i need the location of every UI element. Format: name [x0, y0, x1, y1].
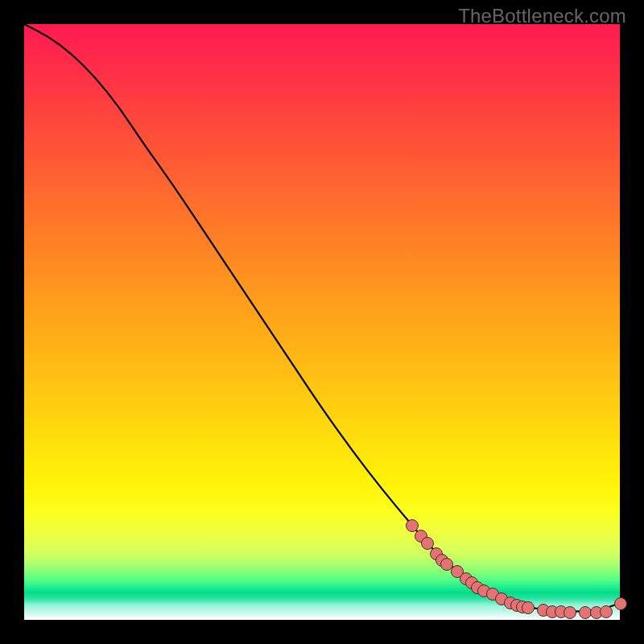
plot-outer [24, 24, 620, 620]
highlight-dot [600, 605, 613, 618]
gradient-background [24, 24, 620, 620]
highlight-dot [564, 606, 576, 619]
highlight-dot [614, 597, 627, 610]
watermark-text: TheBottleneck.com [458, 5, 626, 27]
highlight-dot [406, 519, 419, 532]
highlight-dot [579, 606, 592, 619]
chart-frame: TheBottleneck.com [0, 0, 644, 644]
highlight-dot [421, 537, 434, 550]
